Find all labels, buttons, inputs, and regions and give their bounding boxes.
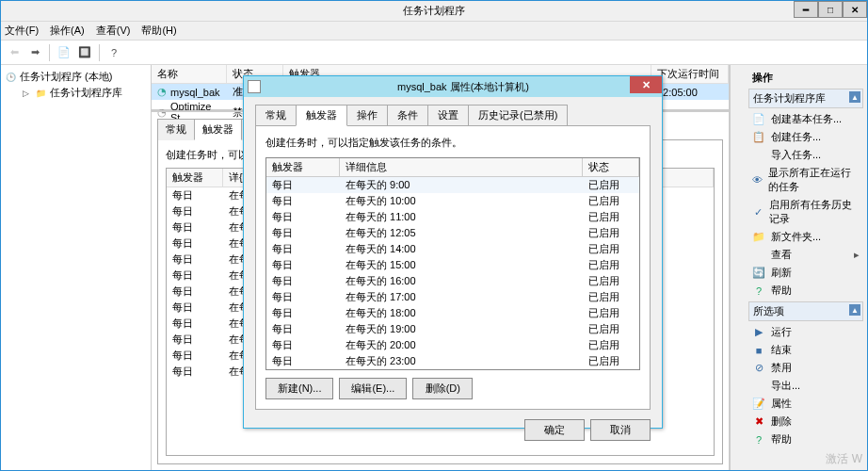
action-item[interactable]: 👁显示所有正在运行的任务	[748, 164, 863, 196]
col-name[interactable]: 名称	[152, 65, 227, 83]
trigger-row[interactable]: 每日在每天的 11:00已启用	[266, 209, 639, 225]
action-item[interactable]: 查看▸	[748, 246, 863, 264]
action-icon	[752, 149, 765, 162]
help-icon[interactable]: ?	[104, 43, 123, 62]
ok-button[interactable]: 确定	[524, 419, 585, 441]
dialog-trigger-table[interactable]: 触发器 详细信息 状态 每日在每天的 9:00已启用每日在每天的 10:00已启…	[265, 157, 640, 370]
action-item[interactable]: 📝属性	[748, 395, 863, 413]
col-trigger[interactable]: 触发器	[266, 158, 340, 177]
delete-button[interactable]: 删除(D)	[412, 378, 473, 399]
tree-root[interactable]: 🕒任务计划程序 (本地)	[5, 69, 147, 85]
action-item[interactable]: ⊘禁用	[748, 359, 863, 377]
edit-button[interactable]: 编辑(E)...	[339, 378, 407, 399]
action-item[interactable]: ■结束	[748, 341, 863, 359]
menu-help[interactable]: 帮助(H)	[141, 24, 176, 38]
dlg-tab-general[interactable]: 常规	[255, 105, 297, 126]
folder-icon: 📁	[35, 88, 46, 99]
menu-file[interactable]: 文件(F)	[5, 24, 39, 38]
action-icon	[752, 380, 765, 393]
action-icon: 🔄	[752, 267, 765, 280]
tree-library[interactable]: ▷📁任务计划程序库	[5, 85, 147, 101]
action-item[interactable]: 📋创建任务...	[748, 128, 863, 146]
action-icon: ?	[752, 284, 765, 298]
cancel-button[interactable]: 取消	[590, 419, 651, 441]
dlg-tab-history[interactable]: 历史记录(已禁用)	[468, 105, 568, 126]
dialog-body: 常规 触发器 操作 条件 设置 历史记录(已禁用) 创建任务时，可以指定触发该任…	[244, 97, 662, 428]
trigger-row[interactable]: 每日在每天的 23:00已启用	[266, 353, 639, 369]
action-icon[interactable]: 📄	[55, 43, 73, 62]
trigger-row[interactable]: 每日在每天的 15:00已启用	[266, 257, 639, 273]
col-status[interactable]: 状态	[583, 158, 639, 177]
col-detail[interactable]: 详细信息	[340, 158, 583, 177]
tool-bar: ⬅ ➡ 📄 🔲 ?	[1, 41, 867, 65]
window-title: 任务计划程序	[403, 4, 465, 18]
separator	[49, 44, 50, 61]
actions-pane: 操作 任务计划程序库▲ 📄创建基本任务...📋创建任务... 导入任务...👁显…	[745, 65, 867, 470]
dialog-commit-buttons: 确定 取消	[255, 419, 651, 441]
trigger-row[interactable]: 每日在每天的 14:00已启用	[266, 241, 639, 257]
action-icon: ▶	[752, 326, 765, 339]
action-item[interactable]: 导入任务...	[748, 146, 863, 164]
refresh-icon[interactable]: 🔲	[75, 43, 94, 62]
action-item[interactable]: ?帮助	[748, 430, 863, 448]
trigger-row[interactable]: 每日在每天的 12:05已启用	[266, 225, 639, 241]
dlg-tab-settings[interactable]: 设置	[427, 105, 469, 126]
action-item[interactable]: ?帮助	[748, 282, 863, 300]
action-item[interactable]: ▶运行	[748, 323, 863, 341]
maximize-button[interactable]: □	[818, 1, 843, 18]
action-icon: ⊘	[752, 362, 765, 375]
menu-action[interactable]: 操作(A)	[50, 24, 85, 38]
action-item[interactable]: 📁新文件夹...	[748, 228, 863, 246]
trigger-row[interactable]: 每日在每天的 9:00已启用	[266, 177, 639, 193]
activation-watermark: 激活 W	[826, 451, 862, 467]
action-item[interactable]: 🔄刷新	[748, 264, 863, 282]
dialog-tabs: 常规 触发器 操作 条件 设置 历史记录(已禁用)	[255, 105, 651, 126]
dlg-tab-triggers[interactable]: 触发器	[296, 105, 347, 126]
menu-view[interactable]: 查看(V)	[96, 24, 131, 38]
action-icon: 👁	[752, 173, 763, 187]
action-icon: 📝	[752, 398, 765, 411]
actions-title: 操作	[748, 69, 863, 87]
app-icon	[248, 80, 261, 93]
col-nextrun[interactable]: 下次运行时间	[651, 65, 729, 83]
dlg-tab-conditions[interactable]: 条件	[387, 105, 428, 126]
action-icon: 📁	[752, 231, 765, 244]
action-item[interactable]: ✖删除	[748, 413, 863, 430]
forward-icon[interactable]: ➡	[25, 43, 44, 62]
trigger-row[interactable]: 每日在每天的 17:00已启用	[266, 289, 639, 305]
dialog-tab-body: 创建任务时，可以指定触发该任务的条件。 触发器 详细信息 状态 每日在每天的 9…	[255, 125, 651, 410]
tab-triggers[interactable]: 触发器	[194, 119, 242, 140]
separator	[99, 44, 100, 61]
scrollbar[interactable]	[730, 65, 745, 470]
action-item[interactable]: ✓启用所有任务历史记录	[748, 196, 863, 228]
trigger-row[interactable]: 每日在每天的 18:00已启用	[266, 305, 639, 321]
trigger-row[interactable]: 每日在每天的 19:00已启用	[266, 321, 639, 337]
action-item[interactable]: 📄创建基本任务...	[748, 110, 863, 128]
action-icon: ?	[752, 433, 765, 447]
action-icon: ✖	[752, 415, 765, 429]
dialog-close-button[interactable]: ✕	[630, 76, 662, 93]
chevron-right-icon: ▷	[20, 88, 31, 99]
clock-icon: 🕒	[5, 72, 16, 83]
trigger-row[interactable]: 每日在每天的 16:00已启用	[266, 273, 639, 289]
dlg-tab-actions[interactable]: 操作	[346, 105, 388, 126]
trigger-row[interactable]: 每日在每天的 10:00已启用	[266, 193, 639, 209]
action-icon	[752, 249, 765, 262]
actions-section-library: 任务计划程序库▲	[748, 89, 863, 108]
action-icon: ■	[752, 344, 765, 357]
properties-dialog: mysql_bak 属性(本地计算机) ✕ 常规 触发器 操作 条件 设置 历史…	[243, 75, 663, 429]
trigger-row[interactable]: 每日在每天的 20:00已启用	[266, 337, 639, 353]
collapse-icon[interactable]: ▲	[849, 304, 860, 316]
close-button[interactable]: ✕	[843, 1, 867, 18]
action-icon: 📋	[752, 131, 765, 144]
col-trigger[interactable]: 触发器	[167, 169, 223, 187]
dialog-action-buttons: 新建(N)... 编辑(E)... 删除(D)	[265, 378, 640, 399]
minimize-button[interactable]: ━	[794, 1, 818, 18]
collapse-icon[interactable]: ▲	[849, 91, 860, 103]
tab-general[interactable]: 常规	[157, 119, 195, 140]
new-button[interactable]: 新建(N)...	[265, 378, 333, 399]
menu-bar: 文件(F) 操作(A) 查看(V) 帮助(H)	[1, 22, 867, 41]
dialog-title-bar[interactable]: mysql_bak 属性(本地计算机) ✕	[244, 76, 662, 97]
action-item[interactable]: 导出...	[748, 377, 863, 395]
back-icon[interactable]: ⬅	[5, 43, 24, 62]
